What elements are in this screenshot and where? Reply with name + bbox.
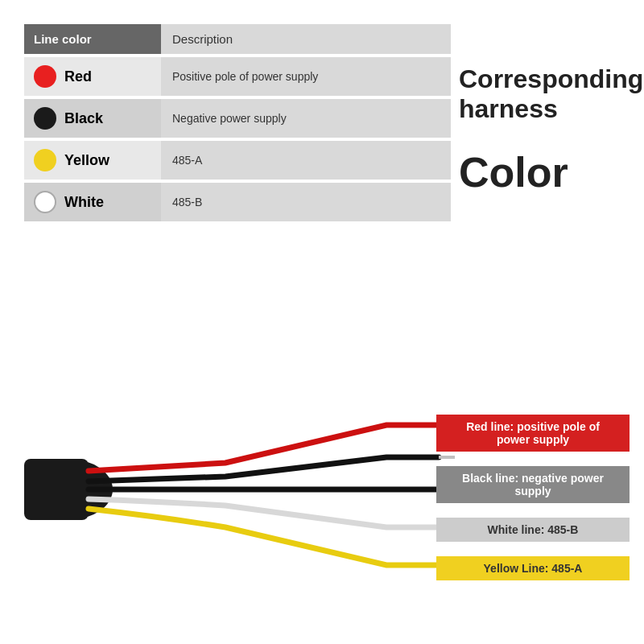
table-row-red: Red Positive pole of power supply <box>24 57 451 96</box>
red-wire-label: Red line: positive pole of power supply <box>436 415 630 452</box>
yellow-description: 485-A <box>172 154 202 167</box>
color-heading: Color <box>459 148 620 196</box>
yellow-wire-label: Yellow Line: 485-A <box>436 556 630 580</box>
desc-cell-black: Negative power supply <box>161 99 451 138</box>
black-dot-icon <box>34 107 56 130</box>
color-cell-red: Red <box>24 57 161 96</box>
desc-cell-yellow: 485-A <box>161 141 451 180</box>
black-description: Negative power supply <box>172 112 287 125</box>
yellow-label: Yellow <box>64 152 109 169</box>
red-description: Positive pole of power supply <box>172 70 318 83</box>
description-header: Description <box>172 32 233 46</box>
white-label: White <box>64 194 104 211</box>
wire-labels-container: Red line: positive pole of power supply … <box>436 398 630 580</box>
black-wire-label: Black line: negative power supply <box>436 466 630 503</box>
table-row-white: White 485-B <box>24 183 451 221</box>
white-dot-icon <box>34 191 56 213</box>
right-panel: Corresponding harness Color <box>459 64 620 196</box>
white-wire-label: White line: 485-B <box>436 518 630 542</box>
table-header-row: Line color Description <box>24 24 451 54</box>
color-cell-white: White <box>24 183 161 221</box>
black-label: Black <box>64 110 103 127</box>
table-row-black: Black Negative power supply <box>24 99 451 138</box>
red-dot-icon <box>34 65 56 88</box>
header-color-cell: Line color <box>24 24 161 54</box>
page-container: Line color Description Red Positive pole… <box>0 0 644 644</box>
color-table: Line color Description Red Positive pole… <box>24 24 451 225</box>
desc-cell-red: Positive pole of power supply <box>161 57 451 96</box>
svg-rect-1 <box>24 459 89 520</box>
table-row-yellow: Yellow 485-A <box>24 141 451 180</box>
header-desc-cell: Description <box>161 24 451 54</box>
wire-diagram: Red line: positive pole of power supply … <box>0 354 644 628</box>
color-cell-yellow: Yellow <box>24 141 161 180</box>
corresponding-harness-text: Corresponding harness <box>459 64 620 124</box>
line-color-header: Line color <box>34 32 92 46</box>
white-description: 485-B <box>172 196 202 208</box>
red-label: Red <box>64 68 92 85</box>
yellow-dot-icon <box>34 149 56 171</box>
desc-cell-white: 485-B <box>161 183 451 221</box>
color-cell-black: Black <box>24 99 161 138</box>
